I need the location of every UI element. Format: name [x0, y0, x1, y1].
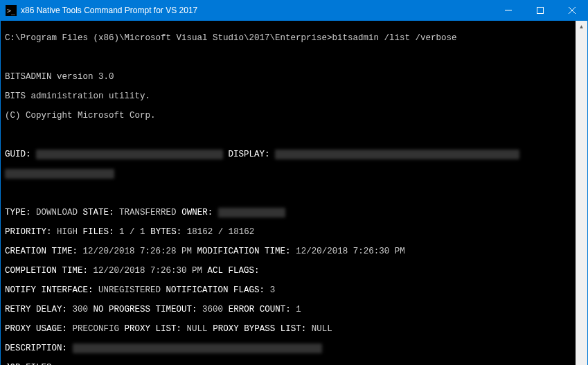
notify-flags-label: NOTIFICATION FLAGS: [166, 285, 265, 295]
noprogress-label: NO PROGRESS TIMEOUT: [93, 305, 197, 314]
window: >_ x86 Native Tools Command Prompt for V… [0, 0, 588, 365]
description-value: Xxxxxxxxx Xxxxxxx Xxxxxxx Xxxxxxx Xxxx X… [73, 344, 322, 353]
display-label: DISPLAY: [229, 150, 270, 159]
retry-line: RETRY DELAY: 300 NO PROGRESS TIMEOUT: 36… [5, 305, 571, 314]
prompt-line: C:\Program Files (x86)\Microsoft Visual … [5, 33, 571, 43]
terminal-wrap: C:\Program Files (x86)\Microsoft Visual … [0, 21, 588, 365]
svg-rect-1 [537, 8, 544, 14]
banner-1: BITSADMIN version 3.0 [5, 72, 571, 82]
display-value: Xxxxxxxxx Xxxxxxx Xxxxxxx Xxxxxxx Xxxx x… [275, 150, 519, 159]
blank [5, 188, 571, 198]
window-controls [492, 0, 588, 21]
modification-label: MODIFICATION TIME: [197, 247, 291, 256]
modification-value: 12/20/2018 7:26:30 PM [296, 247, 405, 256]
prompt-path: C:\Program Files (x86)\Microsoft Visual … [5, 33, 332, 43]
notify-iface-value: UNREGISTERED [98, 285, 161, 295]
scrollbar-track[interactable] [576, 33, 587, 365]
proxy-bypass-value: NULL [312, 324, 332, 334]
creation-label: CREATION TIME: [5, 247, 78, 256]
scrollbar[interactable]: ▲ ▼ [576, 21, 587, 365]
files-label: FILES: [83, 227, 114, 237]
owner-label: OWNER: [181, 208, 213, 217]
retry-value: 300 [73, 305, 89, 314]
guid-line: GUID: XXXXXXXX-XXXX-XXXX-XXXX-XXXXXXXXXX… [5, 150, 571, 159]
creation-line: CREATION TIME: 12/20/2018 7:26:28 PM MOD… [5, 247, 571, 256]
display-value2: xxXXxxxXXXxXXXxXXXXxx [5, 169, 114, 179]
command-text: bitsadmin /list /verbose [332, 33, 457, 43]
completion-value: 12/20/2018 7:26:30 PM [93, 266, 203, 276]
completion-line: COMPLETION TIME: 12/20/2018 7:26:30 PM A… [5, 266, 571, 276]
noprogress-value: 3600 [202, 305, 223, 314]
proxy-list-label: PROXY LIST: [125, 324, 182, 334]
guid-line2: xxXXxxxXXXxXXXxXXXXxx [5, 169, 571, 179]
errcount-value: 1 [296, 305, 301, 314]
proxy-list-value: NULL [187, 324, 208, 334]
bytes-label: BYTES: [150, 227, 181, 237]
description-line: DESCRIPTION: Xxxxxxxxx Xxxxxxx Xxxxxxx X… [5, 344, 571, 353]
priority-value: HIGH [57, 227, 78, 237]
type-label: TYPE: [5, 208, 31, 217]
bytes-value: 18162 / 18162 [187, 227, 255, 237]
banner-3: (C) Copyright Microsoft Corp. [5, 111, 571, 121]
priority-line: PRIORITY: HIGH FILES: 1 / 1 BYTES: 18162… [5, 227, 571, 237]
type-value: DOWNLOAD [36, 208, 78, 217]
notify-flags-value: 3 [270, 285, 276, 295]
guid-label: GUID: [5, 150, 31, 159]
type-line: TYPE: DOWNLOAD STATE: TRANSFERRED OWNER:… [5, 208, 571, 217]
terminal[interactable]: C:\Program Files (x86)\Microsoft Visual … [1, 21, 576, 365]
close-button[interactable] [556, 0, 588, 21]
completion-label: COMPLETION TIME: [5, 266, 88, 276]
owner-value: XXXXXXXxxxxxX [218, 208, 286, 217]
guid-value: XXXXXXXX-XXXX-XXXX-XXXX-XXXXXXXXXXXX [36, 150, 223, 159]
retry-label: RETRY DELAY: [5, 305, 67, 314]
files-value: 1 / 1 [119, 227, 145, 237]
banner-2: BITS administration utility. [5, 91, 571, 101]
creation-value: 12/20/2018 7:26:28 PM [83, 247, 193, 256]
scroll-up-button[interactable]: ▲ [576, 21, 587, 33]
proxy-usage-label: PROXY USAGE: [5, 324, 67, 334]
window-title: x86 Native Tools Command Prompt for VS 2… [21, 6, 492, 15]
notify-line: NOTIFY INTERFACE: UNREGISTERED NOTIFICAT… [5, 285, 571, 295]
maximize-button[interactable] [524, 0, 556, 21]
description-label: DESCRIPTION: [5, 344, 67, 353]
priority-label: PRIORITY: [5, 227, 52, 237]
proxy-usage-value: PRECONFIG [73, 324, 120, 334]
proxy-bypass-label: PROXY BYPASS LIST: [213, 324, 306, 334]
notify-iface-label: NOTIFY INTERFACE: [5, 285, 93, 295]
state-value: TRANSFERRED [119, 208, 177, 217]
blank [5, 53, 571, 62]
cmd-icon: >_ [6, 5, 17, 16]
aclflags-label: ACL FLAGS: [208, 266, 260, 276]
errcount-label: ERROR COUNT: [229, 305, 291, 314]
titlebar[interactable]: >_ x86 Native Tools Command Prompt for V… [0, 0, 588, 21]
blank [5, 130, 571, 140]
state-label: STATE: [83, 208, 114, 217]
proxy-line: PROXY USAGE: PRECONFIG PROXY LIST: NULL … [5, 324, 571, 334]
minimize-button[interactable] [492, 0, 524, 21]
